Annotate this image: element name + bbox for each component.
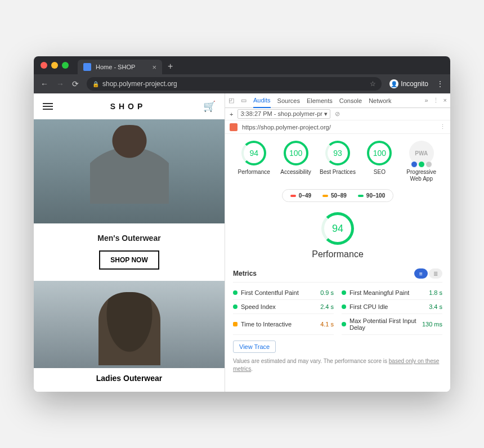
score-legend: 0–49 50–89 90–100: [282, 189, 393, 202]
metric-row: First CPU Idle 3.4 s: [342, 300, 442, 314]
toggle-compact-icon[interactable]: ≣: [429, 268, 442, 279]
window-titlebar: Home - SHOP × +: [34, 56, 450, 74]
score-gauges: 94 Performance 100 Accessibility 93 Best…: [233, 141, 442, 182]
incognito-label: Incognito: [401, 80, 428, 88]
section-title-ladies: Ladies Outerwear: [34, 368, 225, 388]
devtools-panel: ◰ ▭ Audits Sources Elements Console Netw…: [225, 93, 450, 392]
inspect-element-icon[interactable]: ◰: [228, 97, 234, 104]
view-trace-button[interactable]: View Trace: [233, 341, 276, 353]
audit-dropdown[interactable]: 3:38:27 PM - shop.polymer-pr ▾: [237, 109, 330, 119]
toggle-detailed-icon[interactable]: ≡: [414, 268, 428, 279]
audit-url: https://shop.polymer-project.org/: [242, 124, 331, 131]
metrics-grid: First Contentful Paint 0.9 s First Meani…: [233, 286, 442, 335]
new-audit-button[interactable]: +: [230, 111, 233, 118]
shop-now-button[interactable]: SHOP NOW: [99, 250, 159, 270]
incognito-icon: 👤: [389, 79, 398, 88]
gauge-performance[interactable]: 94 Performance: [235, 141, 273, 176]
pwa-icon: PWA: [409, 141, 434, 165]
tab-sources[interactable]: Sources: [277, 94, 300, 107]
clear-audit-icon[interactable]: ⊘: [335, 110, 340, 118]
more-tabs-icon[interactable]: »: [424, 97, 428, 104]
menu-icon[interactable]: [43, 103, 53, 110]
audits-toolbar: + 3:38:27 PM - shop.polymer-pr ▾ ⊘: [225, 108, 450, 120]
section-title-mens: Men's Outerwear: [34, 234, 225, 243]
lighthouse-report: 94 Performance 100 Accessibility 93 Best…: [225, 134, 450, 392]
browser-toolbar: ← → ⟳ 🔒 shop.polymer-project.org ☆ 👤 Inc…: [34, 74, 450, 93]
metrics-footnote: Values are estimated and may vary. The p…: [233, 357, 442, 373]
tab-network[interactable]: Network: [369, 94, 391, 107]
back-button[interactable]: ←: [41, 79, 48, 88]
metrics-view-toggle[interactable]: ≡ ≣: [414, 268, 442, 279]
devtools-close-icon[interactable]: ×: [443, 97, 447, 104]
metrics-header: Metrics ≡ ≣: [233, 268, 442, 283]
performance-summary: 94 Performance: [233, 212, 442, 259]
section-mens: Men's Outerwear SHOP NOW: [34, 223, 225, 281]
browser-menu-button[interactable]: ⋮: [436, 79, 443, 88]
metric-row: Speed Index 2.4 s: [233, 300, 334, 314]
favicon-icon: [83, 63, 91, 71]
gauge-best-practices[interactable]: 93 Best Practices: [319, 141, 357, 176]
webpage-viewport: SHOP 🛒 Men's Outerwear SHOP NOW Ladies O…: [34, 93, 225, 392]
gauge-seo[interactable]: 100 SEO: [360, 141, 398, 176]
audit-url-row: https://shop.polymer-project.org/ ⋮: [225, 120, 450, 134]
site-header: SHOP 🛒: [34, 93, 225, 119]
traffic-lights: [41, 62, 69, 69]
cart-icon[interactable]: 🛒: [203, 100, 216, 113]
audit-row-menu-icon[interactable]: ⋮: [440, 123, 446, 131]
reload-button[interactable]: ⟳: [72, 79, 79, 88]
gauge-accessibility[interactable]: 100 Accessibility: [277, 141, 315, 176]
lock-icon: 🔒: [92, 81, 99, 87]
metric-row: Max Potential First Input Delay 130 ms: [342, 314, 442, 335]
tab-console[interactable]: Console: [339, 94, 362, 107]
minimize-window-button[interactable]: [51, 62, 58, 69]
browser-tab[interactable]: Home - SHOP ×: [78, 60, 162, 74]
metric-row: Time to Interactive 4.1 s: [233, 314, 334, 335]
metrics-title: Metrics: [233, 270, 257, 277]
devtools-tabbar: ◰ ▭ Audits Sources Elements Console Netw…: [225, 93, 450, 108]
tab-audits[interactable]: Audits: [253, 93, 271, 108]
site-logo[interactable]: SHOP: [110, 102, 146, 111]
hero-image-mens: [34, 119, 225, 223]
url-text: shop.polymer-project.org: [102, 80, 177, 88]
incognito-indicator: 👤 Incognito: [389, 79, 428, 88]
metric-row: First Meaningful Paint 1.8 s: [342, 286, 442, 300]
close-tab-button[interactable]: ×: [152, 63, 156, 71]
hero-figure: [90, 125, 169, 204]
browser-window: Home - SHOP × + ← → ⟳ 🔒 shop.polymer-pro…: [34, 56, 450, 392]
hero-image-ladies: [34, 281, 225, 368]
close-window-button[interactable]: [41, 62, 47, 69]
address-bar[interactable]: 🔒 shop.polymer-project.org ☆: [87, 77, 382, 91]
metric-row: First Contentful Paint 0.9 s: [233, 286, 334, 300]
gauge-pwa[interactable]: PWA Progressive Web App: [402, 141, 441, 182]
zoom-window-button[interactable]: [62, 62, 69, 69]
tab-title: Home - SHOP: [96, 64, 135, 70]
content-area: SHOP 🛒 Men's Outerwear SHOP NOW Ladies O…: [34, 93, 450, 392]
hero-figure-ladies: [98, 292, 160, 365]
bookmark-star-icon[interactable]: ☆: [370, 80, 376, 88]
tab-elements[interactable]: Elements: [307, 94, 333, 107]
device-toolbar-icon[interactable]: ▭: [241, 97, 247, 104]
devtools-menu-icon[interactable]: ⋮: [433, 97, 439, 104]
lighthouse-icon: [230, 123, 237, 131]
forward-button[interactable]: →: [56, 79, 64, 88]
new-tab-button[interactable]: +: [168, 61, 173, 71]
